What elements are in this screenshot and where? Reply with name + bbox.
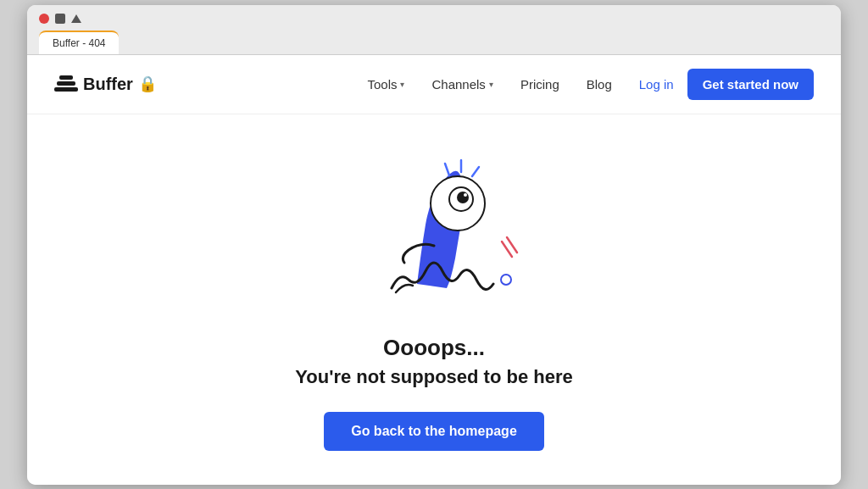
nav-item-tools[interactable]: Tools ▾ <box>367 77 404 92</box>
nav-pricing-label: Pricing <box>520 77 559 92</box>
nav-actions: Log in Get started now <box>639 69 814 100</box>
logo-area: Buffer 🔒 <box>54 74 157 94</box>
logo-text: Buffer <box>83 75 133 94</box>
svg-line-7 <box>445 164 449 175</box>
dot-square <box>55 14 65 24</box>
error-title: Oooops... <box>383 335 485 361</box>
main-content: Oooops... You're not supposed to be here… <box>27 114 841 485</box>
tab-label: Buffer - 404 <box>53 37 105 49</box>
chevron-down-icon: ▾ <box>489 80 493 89</box>
nav-item-blog[interactable]: Blog <box>587 77 612 92</box>
svg-rect-0 <box>54 87 78 92</box>
nav-links: Tools ▾ Channels ▾ Pricing Blog <box>367 77 611 92</box>
nav-tools-label: Tools <box>367 77 397 92</box>
chevron-down-icon: ▾ <box>400 80 404 89</box>
error-subtitle: You're not supposed to be here <box>295 366 573 388</box>
nav-item-pricing[interactable]: Pricing <box>520 77 559 92</box>
get-started-button[interactable]: Get started now <box>687 69 814 100</box>
browser-tab-bar: Buffer - 404 <box>39 31 829 54</box>
error-illustration <box>324 131 544 318</box>
svg-line-9 <box>472 167 479 176</box>
nav-item-channels[interactable]: Channels ▾ <box>431 77 492 92</box>
nav-channels-label: Channels <box>431 77 485 92</box>
navbar: Buffer 🔒 Tools ▾ Channels ▾ Pricing Blog… <box>27 55 841 114</box>
svg-rect-2 <box>59 75 73 80</box>
svg-point-12 <box>501 275 511 285</box>
svg-point-6 <box>464 193 467 197</box>
login-button[interactable]: Log in <box>639 77 674 92</box>
dot-triangle <box>71 14 81 23</box>
nav-blog-label: Blog <box>587 77 612 92</box>
browser-tab: Buffer - 404 <box>39 31 119 54</box>
go-home-button[interactable]: Go back to the homepage <box>324 412 544 451</box>
dot-red <box>39 14 49 24</box>
illustration-svg <box>324 131 544 318</box>
browser-chrome: Buffer - 404 <box>27 5 841 55</box>
browser-window: Buffer - 404 Buffer 🔒 Tools ▾ Channels ▾ <box>27 5 841 485</box>
buffer-logo-icon <box>54 74 78 94</box>
svg-rect-1 <box>57 81 75 86</box>
logo-emoji: 🔒 <box>138 75 157 93</box>
svg-point-5 <box>457 192 469 203</box>
browser-dots <box>39 14 829 24</box>
